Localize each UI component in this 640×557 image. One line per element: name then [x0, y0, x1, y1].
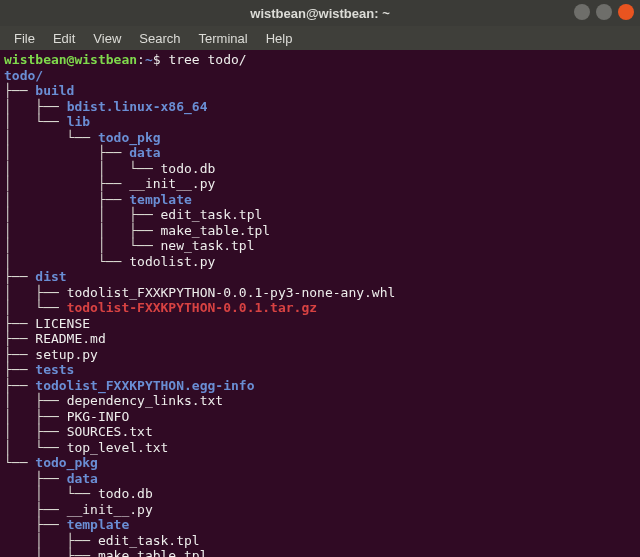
prompt-user: wistbean@wistbean [4, 52, 137, 67]
tree-node: tests [35, 362, 74, 377]
tree-branch: ├── [4, 517, 67, 532]
tree-node: template [67, 517, 130, 532]
terminal-content: wistbean@wistbean:~$ tree todo/ todo/ ├─… [4, 52, 636, 557]
tree-branch: │ ├── [4, 176, 129, 191]
tree-branch: │ └── [4, 130, 98, 145]
tree-node: todo_pkg [35, 455, 98, 470]
menu-search[interactable]: Search [131, 29, 188, 48]
tree-node: LICENSE [35, 316, 90, 331]
tree-branch: ├── [4, 378, 35, 393]
tree-node: dist [35, 269, 66, 284]
tree-branch: │ └── [4, 300, 67, 315]
tree-node: data [67, 471, 98, 486]
tree-branch: ├── [4, 502, 67, 517]
tree-branch: │ │ └── [4, 238, 161, 253]
menu-help[interactable]: Help [258, 29, 301, 48]
tree-body: ├── build │ ├── bdist.linux-x86_64 │ └──… [4, 83, 395, 557]
menu-terminal[interactable]: Terminal [191, 29, 256, 48]
prompt-path: ~ [145, 52, 153, 67]
tree-node: data [129, 145, 160, 160]
tree-node: make_table.tpl [161, 223, 271, 238]
tree-branch: │ └── [4, 114, 67, 129]
prompt-sep2: $ [153, 52, 169, 67]
tree-branch: │ └── [4, 254, 129, 269]
tree-node: top_level.txt [67, 440, 169, 455]
tree-branch: │ ├── [4, 145, 129, 160]
terminal-output[interactable]: wistbean@wistbean:~$ tree todo/ todo/ ├─… [0, 50, 640, 557]
tree-branch: │ ├── [4, 99, 67, 114]
tree-node: todolist_FXXKPYTHON-0.0.1-py3-none-any.w… [67, 285, 396, 300]
tree-branch: │ ├── [4, 424, 67, 439]
tree-node: SOURCES.txt [67, 424, 153, 439]
tree-node: edit_task.tpl [98, 533, 200, 548]
tree-branch: │ │ ├── [4, 207, 161, 222]
tree-node: template [129, 192, 192, 207]
tree-branch: │ ├── [4, 533, 98, 548]
tree-node: build [35, 83, 74, 98]
tree-node: todo_pkg [98, 130, 161, 145]
tree-node: new_task.tpl [161, 238, 255, 253]
tree-node: todo.db [98, 486, 153, 501]
tree-branch: │ ├── [4, 192, 129, 207]
tree-branch: ├── [4, 471, 67, 486]
tree-branch: └── [4, 455, 35, 470]
menu-edit[interactable]: Edit [45, 29, 83, 48]
tree-branch: │ │ └── [4, 161, 161, 176]
tree-node: bdist.linux-x86_64 [67, 99, 208, 114]
tree-node: dependency_links.txt [67, 393, 224, 408]
tree-node: todolist_FXXKPYTHON.egg-info [35, 378, 254, 393]
tree-branch: │ └── [4, 440, 67, 455]
tree-node: todolist.py [129, 254, 215, 269]
tree-branch: ├── [4, 83, 35, 98]
tree-branch: │ ├── [4, 285, 67, 300]
tree-node: edit_task.tpl [161, 207, 263, 222]
tree-node: lib [67, 114, 90, 129]
tree-node: todolist-FXXKPYTHON-0.0.1.tar.gz [67, 300, 317, 315]
tree-node: todo.db [161, 161, 216, 176]
menu-file[interactable]: File [6, 29, 43, 48]
tree-branch: │ ├── [4, 409, 67, 424]
titlebar: wistbean@wistbean: ~ [0, 0, 640, 26]
tree-branch: │ └── [4, 486, 98, 501]
tree-branch: ├── [4, 331, 35, 346]
close-button[interactable] [618, 4, 634, 20]
tree-node: PKG-INFO [67, 409, 130, 424]
prompt-sep1: : [137, 52, 145, 67]
tree-root: todo/ [4, 68, 43, 83]
tree-node: setup.py [35, 347, 98, 362]
tree-branch: ├── [4, 269, 35, 284]
window-controls [574, 4, 634, 20]
tree-node: __init__.py [129, 176, 215, 191]
tree-branch: │ ├── [4, 548, 98, 557]
menubar: File Edit View Search Terminal Help [0, 26, 640, 50]
tree-branch: │ ├── [4, 393, 67, 408]
minimize-button[interactable] [574, 4, 590, 20]
tree-node: make_table.tpl [98, 548, 208, 557]
tree-node: __init__.py [67, 502, 153, 517]
tree-branch: │ │ ├── [4, 223, 161, 238]
tree-branch: ├── [4, 316, 35, 331]
menu-view[interactable]: View [85, 29, 129, 48]
tree-branch: ├── [4, 362, 35, 377]
tree-branch: ├── [4, 347, 35, 362]
tree-node: README.md [35, 331, 105, 346]
maximize-button[interactable] [596, 4, 612, 20]
window-title: wistbean@wistbean: ~ [250, 6, 389, 21]
command-text: tree todo/ [168, 52, 246, 67]
